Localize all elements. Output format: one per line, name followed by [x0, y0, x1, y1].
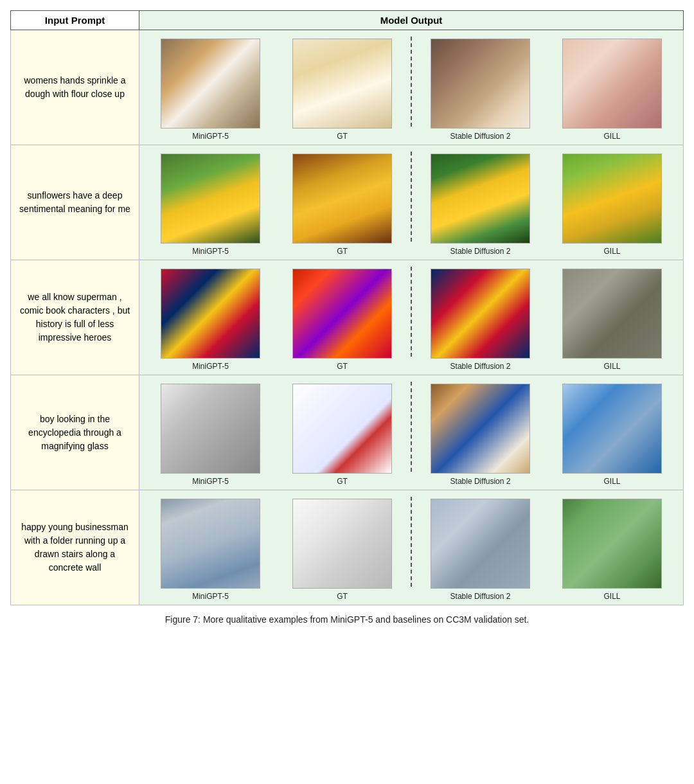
- image-thumbnail: [161, 269, 260, 359]
- image-block: GT: [276, 154, 408, 256]
- prompt-cell: sunflowers have a deep sentimental meani…: [11, 145, 139, 260]
- dashed-divider: [411, 152, 412, 242]
- prompt-cell: boy looking in the encyclopedia through …: [11, 375, 139, 490]
- image-thumbnail: [431, 154, 530, 244]
- figure-caption: Figure 7: More qualitative examples from…: [10, 614, 684, 625]
- image-block: GILL: [546, 499, 678, 601]
- image-block: MiniGPT-5: [145, 39, 276, 141]
- image-block: GILL: [546, 269, 678, 371]
- model-label: GILL: [603, 592, 620, 601]
- model-label: MiniGPT-5: [192, 477, 229, 486]
- model-label: Stable Diffusion 2: [450, 592, 511, 601]
- prompt-cell: we all know superman , comic book charac…: [11, 260, 139, 375]
- table-row: boy looking in the encyclopedia through …: [11, 375, 684, 490]
- images-cell: MiniGPT-5GTStable Diffusion 2GILL: [139, 375, 684, 490]
- image-block: Stable Diffusion 2: [414, 154, 546, 256]
- model-output-header: Model Output: [139, 11, 684, 30]
- image-block: GT: [276, 269, 408, 371]
- input-prompt-header: Input Prompt: [11, 11, 139, 30]
- model-output-label: Model Output: [380, 15, 443, 26]
- comparison-table: Input Prompt Model Output womens hands s…: [10, 10, 684, 605]
- image-thumbnail: [431, 39, 530, 129]
- image-thumbnail: [562, 499, 662, 589]
- images-cell: MiniGPT-5GTStable Diffusion 2GILL: [139, 145, 684, 260]
- image-thumbnail: [292, 269, 392, 359]
- input-prompt-label: Input Prompt: [45, 15, 105, 26]
- image-block: GT: [276, 499, 408, 601]
- dashed-divider: [411, 37, 412, 127]
- image-block: MiniGPT-5: [145, 154, 276, 256]
- image-block: GILL: [546, 154, 678, 256]
- image-block: Stable Diffusion 2: [414, 384, 546, 486]
- model-label: GT: [337, 592, 348, 601]
- image-thumbnail: [161, 499, 260, 589]
- images-cell: MiniGPT-5GTStable Diffusion 2GILL: [139, 30, 684, 145]
- image-block: GT: [276, 39, 408, 141]
- image-block: MiniGPT-5: [145, 499, 276, 601]
- image-thumbnail: [562, 269, 662, 359]
- image-thumbnail: [161, 39, 260, 129]
- model-label: GILL: [603, 477, 620, 486]
- model-label: GILL: [603, 132, 620, 141]
- image-thumbnail: [292, 39, 392, 129]
- image-thumbnail: [292, 499, 392, 589]
- image-block: Stable Diffusion 2: [414, 269, 546, 371]
- image-thumbnail: [161, 154, 260, 244]
- model-label: MiniGPT-5: [192, 247, 229, 256]
- model-label: GT: [337, 362, 348, 371]
- images-cell: MiniGPT-5GTStable Diffusion 2GILL: [139, 490, 684, 605]
- image-block: GILL: [546, 39, 678, 141]
- model-label: GT: [337, 247, 348, 256]
- image-thumbnail: [161, 384, 260, 474]
- model-label: MiniGPT-5: [192, 592, 229, 601]
- dashed-divider: [411, 267, 412, 357]
- image-thumbnail: [562, 39, 662, 129]
- table-row: we all know superman , comic book charac…: [11, 260, 684, 375]
- table-row: sunflowers have a deep sentimental meani…: [11, 145, 684, 260]
- image-block: Stable Diffusion 2: [414, 39, 546, 141]
- image-thumbnail: [431, 499, 530, 589]
- image-thumbnail: [292, 154, 392, 244]
- model-label: Stable Diffusion 2: [450, 362, 511, 371]
- image-block: MiniGPT-5: [145, 384, 276, 486]
- image-block: MiniGPT-5: [145, 269, 276, 371]
- dashed-divider: [411, 382, 412, 472]
- model-label: Stable Diffusion 2: [450, 247, 511, 256]
- prompt-cell: happy young businessman with a folder ru…: [11, 490, 139, 605]
- prompt-cell: womens hands sprinkle a dough with flour…: [11, 30, 139, 145]
- model-label: MiniGPT-5: [192, 132, 229, 141]
- dashed-divider: [411, 497, 412, 587]
- image-block: GT: [276, 384, 408, 486]
- model-label: Stable Diffusion 2: [450, 477, 511, 486]
- model-label: GT: [337, 477, 348, 486]
- image-thumbnail: [562, 384, 662, 474]
- image-block: GILL: [546, 384, 678, 486]
- image-thumbnail: [431, 384, 530, 474]
- model-label: Stable Diffusion 2: [450, 132, 511, 141]
- image-thumbnail: [562, 154, 662, 244]
- image-thumbnail: [292, 384, 392, 474]
- image-thumbnail: [431, 269, 530, 359]
- image-block: Stable Diffusion 2: [414, 499, 546, 601]
- model-label: MiniGPT-5: [192, 362, 229, 371]
- table-row: womens hands sprinkle a dough with flour…: [11, 30, 684, 145]
- model-label: GILL: [603, 362, 620, 371]
- model-label: GT: [337, 132, 348, 141]
- table-row: happy young businessman with a folder ru…: [11, 490, 684, 605]
- images-cell: MiniGPT-5GTStable Diffusion 2GILL: [139, 260, 684, 375]
- model-label: GILL: [603, 247, 620, 256]
